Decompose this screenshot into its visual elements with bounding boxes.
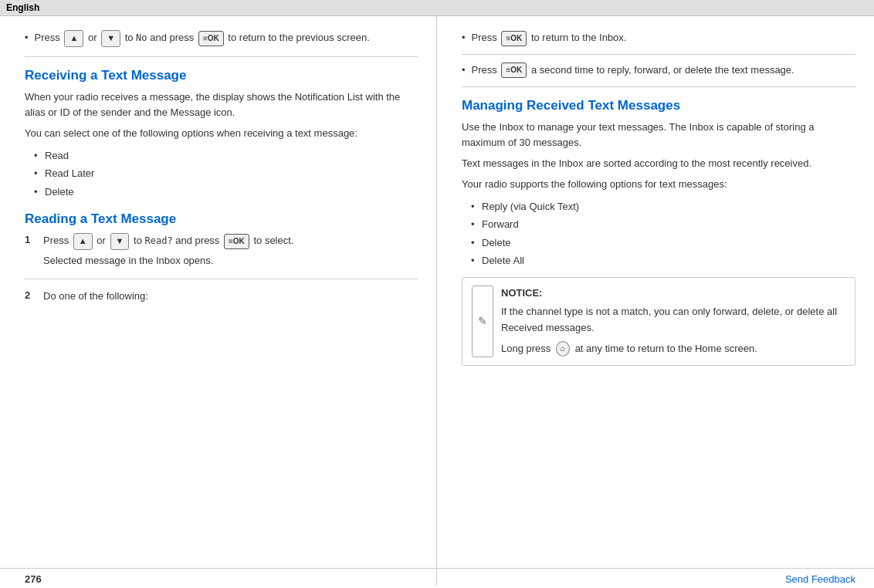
list-item: Delete (34, 183, 418, 201)
rb2-press: Press (472, 64, 500, 76)
intro-bullet-text: Press ▲ or ▼ to No and press ≡OK to retu… (35, 30, 370, 47)
page-number: 276 (25, 573, 42, 585)
language-bar: English (0, 0, 874, 16)
right-bullet-dot-1: • (462, 30, 466, 46)
notice-content: NOTICE: If the channel type is not a mat… (501, 286, 845, 357)
managing-section: Managing Received Text Messages Use the … (462, 98, 855, 366)
step1-to-select: to select. (253, 235, 293, 246)
managing-para2: Text messages in the Inbox are sorted ac… (462, 156, 855, 172)
managing-para3: Your radio supports the following option… (462, 177, 855, 193)
rb1-press: Press (472, 32, 500, 43)
pencil-icon: ✎ (478, 315, 487, 327)
arrow-up-icon: ▲ (64, 30, 83, 47)
rb2-suffix: a second time to reply, forward, or dele… (531, 64, 794, 76)
step1-and-press: and press (175, 235, 222, 246)
step2-text: Do one of the following: (43, 290, 148, 302)
step1-or: or (97, 235, 108, 246)
right-intro-bullets: • Press ≡OK to return to the Inbox. • Pr… (462, 30, 855, 87)
notice-box: ✎ NOTICE: If the channel type is not a m… (462, 277, 855, 365)
right-column: • Press ≡OK to return to the Inbox. • Pr… (437, 16, 874, 586)
receiving-section: Receiving a Text Message When your radio… (25, 68, 418, 201)
notice-icon: ✎ (472, 286, 493, 357)
receiving-bullets: Read Read Later Delete (25, 147, 418, 201)
home-button-icon: ⌂ (556, 341, 570, 357)
footer: 276 Send Feedback (0, 568, 874, 588)
list-item: Read Later (34, 164, 418, 182)
bullet-dot: • (25, 30, 29, 46)
notice-text2b: at any time to return to the Home screen… (575, 343, 757, 354)
press-label: Press (35, 32, 60, 43)
step1-press: Press (43, 235, 72, 246)
list-item: Delete (471, 234, 855, 252)
list-item: Reply (via Quick Text) (471, 198, 855, 215)
receiving-para2: You can select one of the following opti… (25, 126, 418, 142)
notice-text2: Long press ⌂ at any time to return to th… (501, 341, 845, 357)
step1-to: to (134, 235, 144, 246)
step-divider (25, 279, 418, 279)
right-bullet-2-text: Press ≡OK a second time to reply, forwar… (472, 63, 794, 79)
reading-section: Reading a Text Message 1 Press ▲ or ▼ to… (25, 211, 418, 304)
receiving-para1: When your radio receives a message, the … (25, 90, 418, 122)
right-bullet-dot-2: • (462, 63, 466, 78)
step-2-content: Do one of the following: (43, 289, 418, 305)
intro-bullet: • Press ▲ or ▼ to No and press ≡OK to re… (25, 30, 418, 57)
receiving-heading: Receiving a Text Message (25, 68, 418, 83)
nav-code: No (136, 32, 147, 43)
list-item: Forward (471, 215, 855, 233)
send-feedback-link[interactable]: Send Feedback (785, 573, 855, 585)
notice-long-press-label: Long press (501, 343, 550, 354)
step-1-subtext: Selected message in the Inbox opens. (43, 253, 418, 269)
managing-bullets: Reply (via Quick Text) Forward Delete De… (462, 198, 855, 270)
step1-ok-icon: ≡OK (224, 234, 249, 249)
step-1: 1 Press ▲ or ▼ to Read? and press ≡OK to… (25, 233, 418, 269)
and-press-label: and press (150, 32, 197, 43)
arrow-down-icon: ▼ (101, 30, 120, 47)
managing-heading: Managing Received Text Messages (462, 98, 855, 113)
step-2: 2 Do one of the following: (25, 289, 418, 305)
rb2-ok-icon: ≡OK (501, 63, 527, 78)
step-1-content: Press ▲ or ▼ to Read? and press ≡OK to s… (43, 233, 418, 269)
language-label: English (6, 2, 39, 13)
ok-button-icon: ≡OK (198, 31, 224, 46)
step1-arrow-up-icon: ▲ (73, 233, 93, 250)
to-label: to (125, 32, 136, 43)
step-1-num: 1 (25, 234, 40, 269)
to2-label: to return to the previous screen. (228, 32, 370, 43)
rb1-ok-icon: ≡OK (501, 31, 527, 46)
main-content: • Press ▲ or ▼ to No and press ≡OK to re… (0, 16, 874, 586)
rb1-suffix: to return to the Inbox. (531, 32, 627, 43)
managing-para1: Use the Inbox to manage your text messag… (462, 120, 855, 152)
notice-text1: If the channel type is not a match, you … (501, 304, 845, 336)
notice-title: NOTICE: (501, 286, 845, 302)
list-item: Delete All (471, 252, 855, 269)
right-bullet-1-text: Press ≡OK to return to the Inbox. (472, 30, 627, 46)
right-bullet-1: • Press ≡OK to return to the Inbox. (462, 30, 855, 55)
right-bullet-2: • Press ≡OK a second time to reply, forw… (462, 63, 855, 87)
reading-heading: Reading a Text Message (25, 211, 418, 227)
step-2-num: 2 (25, 289, 40, 305)
step1-read-code: Read? (145, 235, 173, 246)
step1-arrow-down-icon: ▼ (110, 233, 130, 250)
list-item: Read (34, 147, 418, 164)
left-column: • Press ▲ or ▼ to No and press ≡OK to re… (0, 16, 437, 586)
or-label: or (88, 32, 97, 43)
